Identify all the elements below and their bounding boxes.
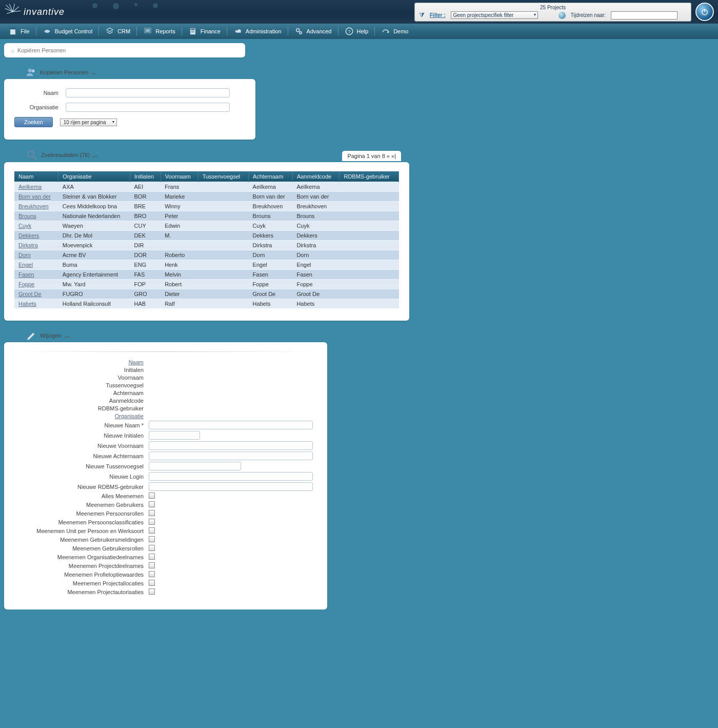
edit-input[interactable] bbox=[149, 482, 313, 491]
pagination[interactable]: Pagina 1 van 8 » »| bbox=[342, 151, 401, 161]
cell: FOP bbox=[130, 280, 161, 289]
edit-field-label[interactable]: Naam bbox=[14, 359, 149, 365]
menu-demo[interactable]: Demo bbox=[376, 24, 413, 39]
menu-administration[interactable]: Administration bbox=[228, 24, 287, 39]
col-header[interactable]: Aanmeldcode bbox=[292, 171, 340, 182]
col-header[interactable]: RDBMS-gebruiker bbox=[340, 171, 399, 182]
collapse-icon[interactable]: ︽ bbox=[91, 68, 97, 77]
table-row[interactable]: BreukhovenCees Middelkoop bnaBREWinnyBre… bbox=[14, 202, 399, 211]
edit-input-label: Nieuwe RDBMS-gebruiker bbox=[14, 484, 149, 490]
menu-file[interactable]: File bbox=[3, 24, 35, 39]
org-input[interactable] bbox=[66, 103, 230, 112]
edit-input[interactable] bbox=[149, 431, 200, 440]
table-row[interactable]: CuykWaeyenCUYEdwinCuykCuyk bbox=[14, 221, 399, 231]
cell: M. bbox=[161, 231, 198, 241]
cell bbox=[340, 231, 399, 241]
search-panel-tab[interactable]: Kopiëren Personen ︽ bbox=[23, 65, 104, 80]
row-name-link[interactable]: Dirkstra bbox=[18, 242, 38, 248]
cell: Breukhoven bbox=[249, 202, 293, 211]
table-row[interactable]: DornAcme BVDORRobertoDornDorn bbox=[14, 250, 399, 260]
magnifier-icon bbox=[26, 149, 38, 161]
row-name-link[interactable]: Foppe bbox=[18, 281, 34, 287]
cell: Dekkers bbox=[14, 231, 58, 241]
checkbox[interactable] bbox=[149, 501, 155, 507]
menu-budget-control[interactable]: Budget Control bbox=[37, 24, 97, 39]
checkbox[interactable] bbox=[149, 580, 155, 586]
edit-field-label: RDBMS-gebruiker bbox=[14, 405, 149, 411]
filter-label[interactable]: Filter : bbox=[430, 12, 446, 18]
table-row[interactable]: FasenAgency EntertainmentFASMelvinFasenF… bbox=[14, 270, 399, 280]
filter-select[interactable]: Geen projectspecifiek filter bbox=[451, 11, 538, 19]
checkbox[interactable] bbox=[149, 536, 155, 542]
edit-input[interactable] bbox=[149, 421, 313, 429]
row-name-link[interactable]: Aeilkema bbox=[18, 184, 42, 190]
col-header[interactable]: Naam bbox=[14, 171, 58, 182]
menu-finance[interactable]: Finance bbox=[183, 24, 226, 39]
edit-input-label: Nieuwe Naam * bbox=[14, 422, 149, 428]
search-button[interactable]: Zoeken bbox=[14, 117, 53, 127]
table-row[interactable]: BrounsNationale NederlandenBROPeterBroun… bbox=[14, 211, 399, 221]
checkbox[interactable] bbox=[149, 554, 155, 560]
cell: Brouns bbox=[14, 211, 58, 221]
table-row[interactable]: HabetsHolland RailconsultHABRalfHabetsHa… bbox=[14, 299, 399, 309]
menu-icon bbox=[43, 27, 52, 36]
table-row[interactable]: EngelBumaENGHenkEngelEngel bbox=[14, 260, 399, 270]
col-header[interactable]: Voornaam bbox=[161, 171, 198, 182]
edit-input[interactable] bbox=[149, 462, 241, 470]
table-row[interactable]: Born van derSteiner & van BlokkerBORMari… bbox=[14, 192, 399, 202]
menu-crm[interactable]: CRM bbox=[100, 24, 135, 39]
row-name-link[interactable]: Groot De bbox=[18, 291, 42, 297]
cell bbox=[340, 280, 399, 289]
power-button[interactable] bbox=[695, 3, 714, 21]
svg-rect-3 bbox=[10, 28, 16, 29]
checkbox[interactable] bbox=[149, 562, 155, 568]
table-row[interactable]: Groot DeFUGROGRODieterGroot DeGroot De bbox=[14, 289, 399, 299]
cell: Brouns bbox=[249, 211, 293, 221]
menu-label: Help bbox=[357, 28, 369, 34]
row-name-link[interactable]: Breukhoven bbox=[18, 203, 49, 209]
col-header[interactable]: Tussenvoegsel bbox=[198, 171, 248, 182]
home-icon[interactable]: ⌂ bbox=[11, 48, 14, 53]
col-header[interactable]: Achternaam bbox=[249, 171, 293, 182]
menu-advanced[interactable]: Advanced bbox=[289, 24, 337, 39]
edit-input[interactable] bbox=[149, 472, 313, 481]
checkbox[interactable] bbox=[149, 519, 155, 525]
table-row[interactable]: FoppeMw. YardFOPRobertFoppeFoppe bbox=[14, 280, 399, 289]
row-name-link[interactable]: Dekkers bbox=[18, 232, 39, 239]
collapse-icon[interactable]: ︽ bbox=[93, 151, 99, 160]
row-name-link[interactable]: Habets bbox=[18, 301, 36, 307]
cell: Winny bbox=[161, 202, 198, 211]
row-name-link[interactable]: Born van der bbox=[18, 193, 51, 200]
row-name-link[interactable]: Brouns bbox=[18, 213, 36, 219]
results-panel-tab[interactable]: Zoekresultaten (76) ︽ bbox=[23, 147, 105, 163]
row-name-link[interactable]: Engel bbox=[18, 262, 33, 268]
checkbox[interactable] bbox=[149, 545, 155, 551]
cell: Dekkers bbox=[249, 231, 293, 241]
col-header[interactable]: Initialen bbox=[130, 171, 161, 182]
edit-input[interactable] bbox=[149, 451, 313, 460]
checkbox[interactable] bbox=[149, 527, 155, 534]
header-decor bbox=[92, 3, 158, 9]
table-row[interactable]: DekkersDhr. De MolDEKM.DekkersDekkers bbox=[14, 231, 399, 241]
menu-help[interactable]: ?Help bbox=[340, 24, 374, 39]
edit-input[interactable] bbox=[149, 441, 313, 450]
name-input[interactable] bbox=[66, 88, 230, 97]
edit-panel-tab[interactable]: Wijzigen ︽ bbox=[23, 328, 77, 343]
checkbox[interactable] bbox=[149, 493, 155, 499]
col-header[interactable]: Organisatie bbox=[58, 171, 130, 182]
row-name-link[interactable]: Dorn bbox=[18, 252, 31, 258]
menu-reports[interactable]: Reports bbox=[138, 24, 181, 39]
menu-label: Budget Control bbox=[55, 28, 92, 34]
rows-per-page-select[interactable]: 10 rijen per pagina bbox=[60, 119, 117, 126]
collapse-icon[interactable]: ︽ bbox=[65, 331, 71, 340]
checkbox[interactable] bbox=[149, 588, 155, 595]
checkbox[interactable] bbox=[149, 571, 155, 577]
checkbox[interactable] bbox=[149, 510, 155, 516]
table-row[interactable]: AeilkemaAXAAEIFransAeilkemaAeilkema bbox=[14, 182, 399, 192]
timetravel-input[interactable] bbox=[611, 11, 677, 19]
row-name-link[interactable]: Cuyk bbox=[18, 223, 31, 229]
edit-field-label[interactable]: Organisatie bbox=[14, 413, 149, 419]
logo-swirl-icon bbox=[4, 3, 22, 21]
row-name-link[interactable]: Fasen bbox=[18, 271, 34, 278]
table-row[interactable]: DirkstraMoevenpickDIRDirkstraDirkstra bbox=[14, 241, 399, 250]
